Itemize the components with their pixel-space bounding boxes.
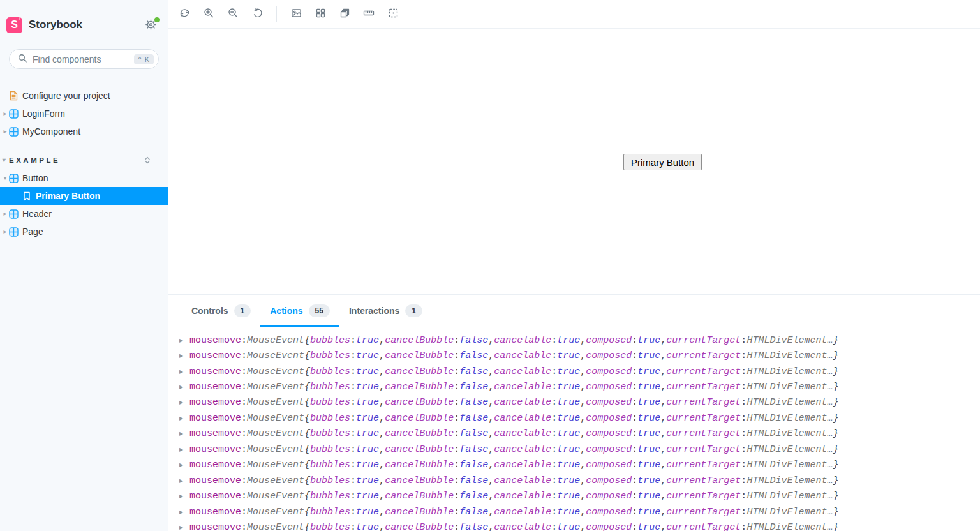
action-log-row[interactable]: ▶mousemove: MouseEvent {bubbles: true, c… — [179, 488, 980, 504]
expand-triangle-icon[interactable]: ▶ — [179, 493, 185, 499]
action-log-row[interactable]: ▶mousemove: MouseEvent {bubbles: true, c… — [179, 473, 980, 488]
expand-triangle-icon[interactable]: ▶ — [179, 525, 185, 530]
zoom-out-button[interactable] — [228, 9, 238, 19]
log-token-punct: : — [632, 428, 637, 439]
action-log-row[interactable]: ▶mousemove: MouseEvent {bubbles: true, c… — [179, 520, 980, 531]
expand-triangle-icon[interactable]: ▶ — [179, 509, 185, 515]
tab-actions[interactable]: Actions 55 — [260, 295, 339, 327]
viewport-button[interactable] — [339, 9, 350, 19]
sidebar-item-mycomponent[interactable]: ▸ MyComponent — [0, 123, 168, 140]
log-token-punct: , — [379, 413, 385, 424]
log-token-bool: true — [356, 460, 379, 470]
log-token-punct: : — [350, 475, 356, 486]
log-token-punct: : — [551, 366, 557, 377]
log-token-brace: } — [833, 382, 838, 393]
storybook-logo[interactable]: S — [6, 17, 22, 33]
log-token-punct: , — [580, 366, 586, 377]
sidebar-item-button[interactable]: ▾ Button — [0, 169, 168, 187]
log-token-punct: : — [454, 460, 459, 470]
log-token-punct: , — [379, 397, 385, 408]
log-token-name: mousemove — [189, 475, 241, 486]
expand-triangle-icon[interactable]: ▶ — [179, 384, 185, 390]
log-token-punct: : — [454, 491, 459, 502]
log-token-key: cancelable — [494, 413, 551, 424]
log-token-punct: , — [660, 413, 666, 424]
expand-triangle-icon[interactable]: ▶ — [179, 447, 185, 452]
expand-triangle-icon[interactable]: ▶ — [179, 353, 185, 359]
log-token-brace: { — [304, 366, 310, 377]
log-token-key: cancelable — [494, 460, 551, 470]
action-log-row[interactable]: ▶mousemove: MouseEvent {bubbles: true, c… — [179, 333, 980, 348]
collapse-expand-all-icon[interactable] — [144, 156, 151, 166]
log-token-name: mousemove — [189, 413, 241, 424]
log-token-punct: : — [551, 460, 557, 470]
search-input[interactable]: Find components ^ K — [9, 49, 159, 69]
expand-triangle-icon[interactable]: ▶ — [179, 369, 185, 375]
remount-button[interactable] — [179, 9, 189, 19]
zoom-in-button[interactable] — [204, 9, 214, 19]
log-token-punct: : — [632, 350, 637, 361]
expand-triangle-icon[interactable]: ▶ — [179, 462, 185, 468]
tab-label: Interactions — [349, 306, 399, 316]
log-token-punct: : — [454, 382, 459, 393]
expand-triangle-icon[interactable]: ▶ — [179, 400, 185, 405]
sidebar-section-example[interactable]: ▾ EXAMPLE — [0, 151, 168, 169]
action-log-row[interactable]: ▶mousemove: MouseEvent {bubbles: true, c… — [179, 348, 980, 363]
log-token-punct: : — [454, 428, 459, 439]
action-log-row[interactable]: ▶mousemove: MouseEvent {bubbles: true, c… — [179, 410, 980, 426]
measure-button[interactable] — [364, 9, 374, 19]
outline-button[interactable] — [388, 9, 398, 19]
log-token-punct: , — [488, 350, 494, 361]
log-token-punct: , — [488, 460, 494, 470]
log-token-key: composed — [586, 460, 632, 470]
log-token-bool: true — [356, 522, 379, 531]
log-token-punct: : — [241, 507, 247, 518]
primary-button-story[interactable]: Primary Button — [623, 154, 702, 170]
action-log-row[interactable]: ▶mousemove: MouseEvent {bubbles: true, c… — [179, 379, 980, 394]
expand-triangle-icon[interactable]: ▶ — [179, 415, 185, 421]
log-token-bool: true — [356, 366, 379, 377]
expand-triangle-icon[interactable]: ▶ — [179, 431, 185, 437]
sidebar-item-header[interactable]: ▸ Header — [0, 205, 168, 223]
action-log-row[interactable]: ▶mousemove: MouseEvent {bubbles: true, c… — [179, 442, 980, 457]
sidebar-item-configure-your-project[interactable]: Configure your project — [0, 87, 168, 105]
tab-controls[interactable]: Controls 1 — [182, 295, 260, 327]
log-token-object: MouseEvent — [247, 413, 304, 424]
grid-button[interactable] — [315, 9, 325, 19]
action-log-row[interactable]: ▶mousemove: MouseEvent {bubbles: true, c… — [179, 458, 980, 473]
log-token-key: cancelBubble — [385, 382, 454, 393]
action-log: ▶mousemove: MouseEvent {bubbles: true, c… — [168, 327, 980, 531]
log-token-key: currentTarget — [666, 366, 741, 377]
sidebar-section-label: EXAMPLE — [9, 156, 60, 164]
expand-triangle-icon[interactable]: ▶ — [179, 478, 185, 484]
log-token-key: cancelBubble — [385, 397, 454, 408]
log-token-punct: : — [350, 491, 356, 502]
log-token-key: composed — [586, 475, 632, 486]
log-token-key: cancelable — [494, 444, 551, 455]
action-log-row[interactable]: ▶mousemove: MouseEvent {bubbles: true, c… — [179, 426, 980, 442]
background-button[interactable] — [291, 9, 301, 19]
log-token-bool: true — [356, 428, 379, 439]
log-token-key: currentTarget — [666, 428, 741, 439]
sidebar-item-page[interactable]: ▸ Page — [0, 223, 168, 241]
log-token-brace: } — [833, 366, 838, 377]
action-log-row[interactable]: ▶mousemove: MouseEvent {bubbles: true, c… — [179, 364, 980, 379]
log-token-bool: false — [459, 475, 488, 486]
sidebar-item-primary-button[interactable]: Primary Button — [0, 187, 168, 205]
action-log-row[interactable]: ▶mousemove: MouseEvent {bubbles: true, c… — [179, 504, 980, 520]
log-token-brace: { — [304, 335, 310, 346]
settings-menu-button[interactable] — [145, 19, 158, 31]
bookmark-icon — [23, 191, 31, 201]
log-token-punct: : — [241, 382, 247, 393]
sidebar-item-loginform[interactable]: ▸ LoginForm — [0, 105, 168, 123]
expand-triangle-icon[interactable]: ▶ — [179, 338, 185, 343]
tab-interactions[interactable]: Interactions 1 — [339, 295, 432, 327]
log-token-punct: : — [741, 491, 746, 502]
log-token-object: MouseEvent — [247, 522, 304, 531]
log-token-punct: : — [551, 475, 557, 486]
reset-zoom-button[interactable] — [252, 9, 262, 19]
log-token-punct: : — [741, 475, 746, 486]
log-token-punct: : — [551, 397, 557, 408]
action-log-row[interactable]: ▶mousemove: MouseEvent {bubbles: true, c… — [179, 395, 980, 410]
log-token-punct: : — [551, 335, 557, 346]
